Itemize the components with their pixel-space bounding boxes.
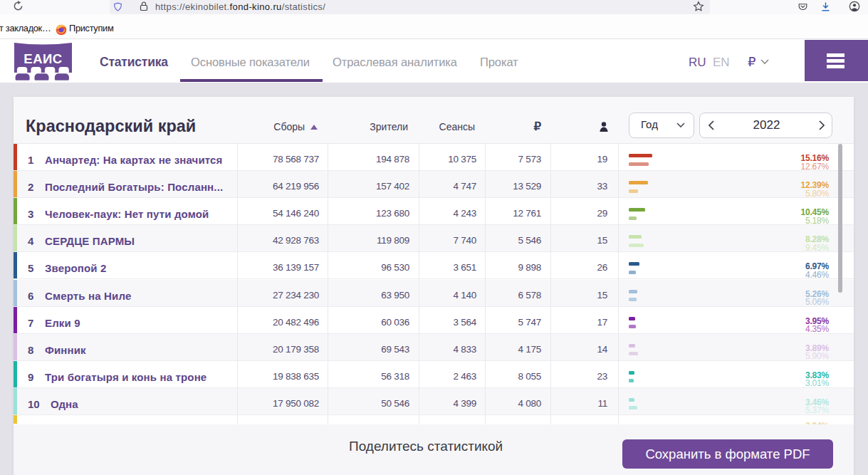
svg-text:ЕАИС: ЕАИС [23, 51, 62, 66]
